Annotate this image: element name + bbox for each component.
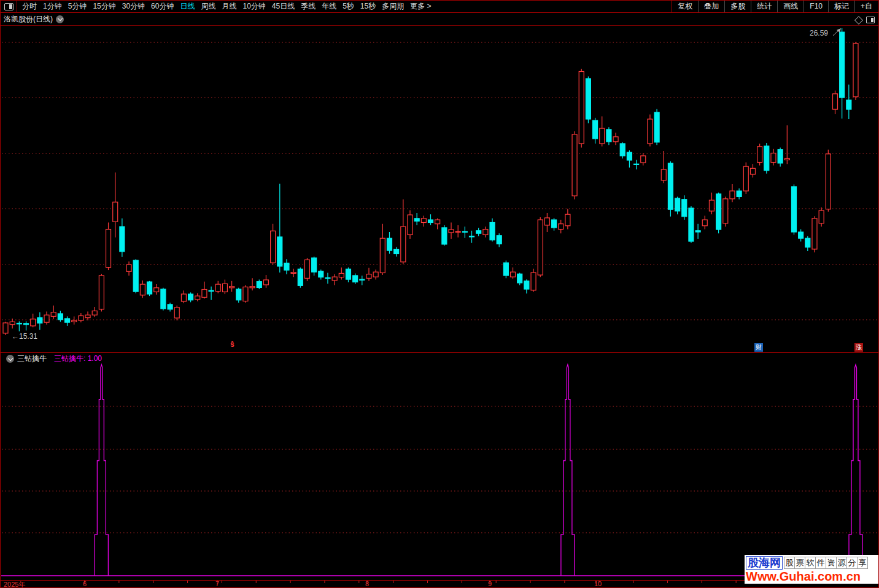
low-price-label: ←15.31 <box>12 332 37 341</box>
x-axis-label: 6 <box>83 580 87 587</box>
x-axis-label: 9 <box>488 580 492 587</box>
watermark-url: Www.Guhai.com.cn <box>746 570 879 583</box>
indicator-label-row: 三钻擒牛 三钻擒牛: 1.00 <box>3 354 102 363</box>
watermark: 股海网 股票软件资源分享 Www.Guhai.com.cn <box>745 555 879 584</box>
candlestick-and-signal-chart[interactable] <box>1 1 879 588</box>
x-axis-label: 7 <box>215 580 219 587</box>
watermark-tagline-char: 享 <box>857 557 868 569</box>
watermark-tagline-char: 分 <box>846 557 858 569</box>
x-axis-label: 10 <box>594 580 602 587</box>
watermark-site-name: 股海网 <box>746 556 783 570</box>
trading-app-window: 分时1分钟5分钟15分钟30分钟60分钟日线周线月线10分钟45日线季线年线5秒… <box>0 0 879 588</box>
high-price-label: 26.59 <box>810 29 828 37</box>
watermark-tagline-char: 票 <box>794 557 805 569</box>
watermark-tagline-char: 资 <box>826 557 837 569</box>
indicator-dropdown-icon[interactable] <box>6 355 14 363</box>
event-marker[interactable]: 财 <box>754 343 763 352</box>
indicator-name: 三钻擒牛 <box>17 354 47 364</box>
watermark-tagline-char: 股 <box>784 557 795 569</box>
event-marker[interactable]: 涨 <box>854 343 863 352</box>
watermark-tagline-char: 源 <box>836 557 847 569</box>
watermark-tagline-char: 件 <box>815 557 826 569</box>
watermark-tagline: 股票软件资源分享 <box>784 557 868 569</box>
x-axis-label: 2025年 <box>4 580 25 588</box>
sell-signal-marker: ŝ <box>230 340 234 349</box>
watermark-tagline-char: 软 <box>805 557 816 569</box>
x-axis-label: 8 <box>365 580 369 587</box>
indicator-value: 三钻擒牛: 1.00 <box>54 354 102 364</box>
